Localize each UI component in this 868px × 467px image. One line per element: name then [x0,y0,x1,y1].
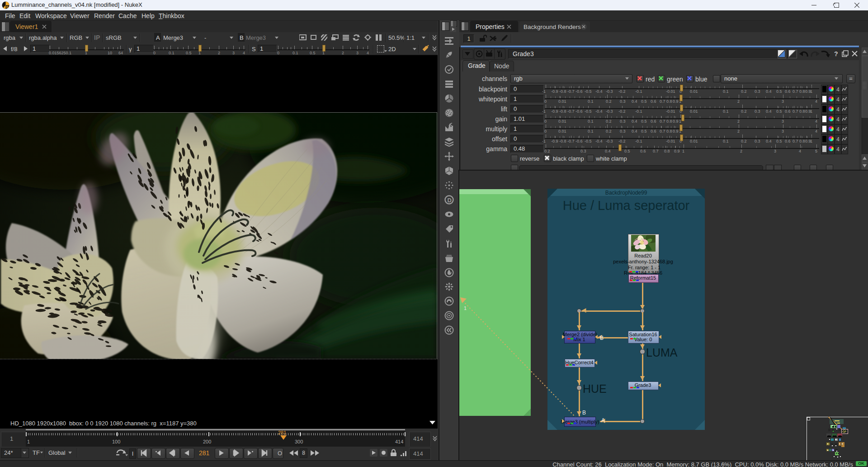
svg-text:D: D [448,197,452,204]
svg-text:O: O [278,450,282,457]
